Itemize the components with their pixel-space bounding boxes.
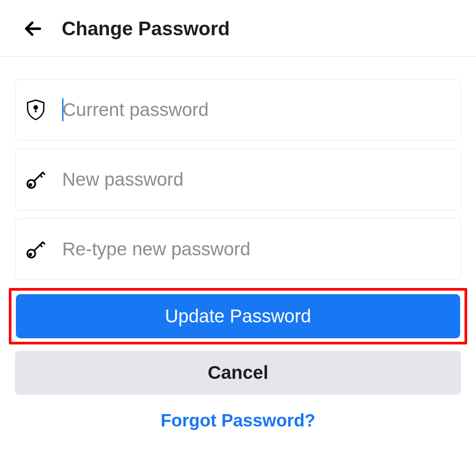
form-content: Update Password Cancel Forgot Password?	[0, 57, 476, 430]
key-icon	[25, 239, 46, 260]
update-password-button[interactable]: Update Password	[16, 294, 460, 338]
new-password-field[interactable]	[15, 149, 461, 210]
svg-point-5	[30, 254, 31, 255]
page-title: Change Password	[62, 18, 230, 40]
page-header: Change Password	[0, 0, 476, 57]
back-button[interactable]	[22, 18, 44, 40]
cancel-button[interactable]: Cancel	[15, 351, 461, 395]
shield-lock-icon	[25, 99, 46, 120]
current-password-input[interactable]	[63, 99, 451, 120]
svg-point-3	[30, 184, 31, 186]
current-password-field[interactable]	[15, 79, 461, 141]
forgot-password-link[interactable]: Forgot Password?	[15, 411, 461, 430]
arrow-left-icon	[23, 19, 43, 39]
svg-point-1	[34, 106, 37, 109]
new-password-input[interactable]	[62, 169, 451, 190]
retype-password-field[interactable]	[15, 218, 461, 280]
highlight-annotation: Update Password	[9, 288, 467, 344]
retype-password-input[interactable]	[62, 239, 451, 260]
key-icon	[25, 169, 46, 190]
